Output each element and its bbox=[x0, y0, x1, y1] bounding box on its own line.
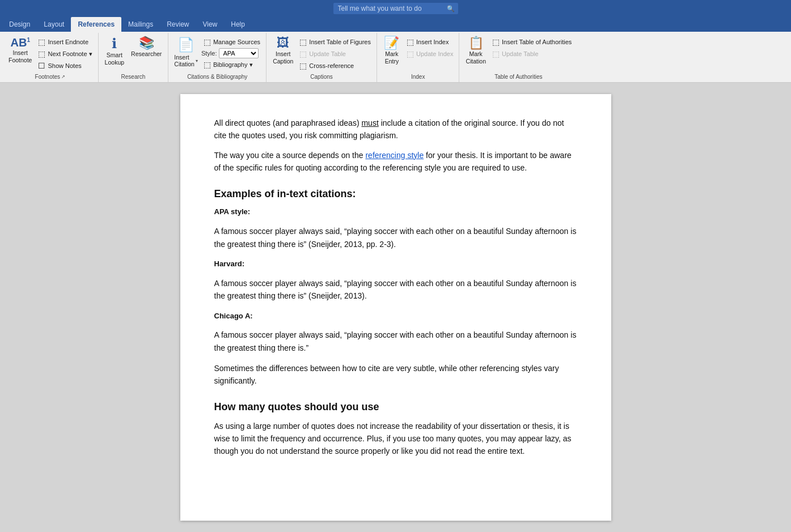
table-authorities-items: 📋 MarkCitation ⬚ Insert Table of Authori… bbox=[463, 35, 574, 73]
next-footnote-icon: ⬚ bbox=[38, 49, 45, 58]
mark-citation-button[interactable]: 📋 MarkCitation bbox=[463, 35, 489, 66]
insert-footnote-button[interactable]: AB1 InsertFootnote bbox=[6, 35, 35, 65]
chicago-block: Chicago A: A famous soccer player always… bbox=[214, 310, 577, 355]
insert-endnote-button[interactable]: ⬚ Insert Endnote bbox=[36, 36, 94, 48]
authorities-small-col: ⬚ Insert Table of Authorities ⬚ Update T… bbox=[490, 35, 574, 59]
show-notes-icon: ☐ bbox=[38, 61, 45, 70]
insert-table-authorities-label: Insert Table of Authorities bbox=[502, 39, 572, 45]
tab-layout[interactable]: Layout bbox=[37, 17, 71, 32]
captions-small-col: ⬚ Insert Table of Figures ⬚ Update Table… bbox=[297, 35, 373, 71]
closing-paragraph: Sometimes the differences between how to… bbox=[214, 362, 577, 388]
referencing-style-link[interactable]: referencing style bbox=[365, 151, 424, 160]
harvard-block: Harvard: A famous soccer player always s… bbox=[214, 258, 577, 303]
mark-entry-label: MarkEntry bbox=[385, 50, 399, 65]
table-authorities-group: 📋 MarkCitation ⬚ Insert Table of Authori… bbox=[459, 33, 577, 82]
style-label: Style: bbox=[201, 50, 217, 57]
citations-group-label: Citations & Bibliography bbox=[172, 73, 263, 82]
bibliography-icon: ⬚ bbox=[204, 60, 211, 69]
update-table-auth-icon: ⬚ bbox=[492, 49, 500, 58]
insert-caption-icon: 🖼 bbox=[277, 37, 289, 49]
mark-entry-icon: 📝 bbox=[384, 37, 399, 49]
update-table-auth-button[interactable]: ⬚ Update Table bbox=[490, 48, 574, 59]
title-bar: 🔍 bbox=[0, 0, 791, 17]
insert-endnote-label: Insert Endnote bbox=[48, 39, 88, 45]
researcher-icon: 📚 bbox=[139, 37, 154, 49]
captions-group: 🖼 InsertCaption ⬚ Insert Table of Figure… bbox=[267, 33, 377, 82]
tab-view[interactable]: View bbox=[196, 17, 224, 32]
cross-reference-button[interactable]: ⬚ Cross-reference bbox=[297, 60, 373, 71]
update-table-label: Update Table bbox=[309, 50, 346, 57]
researcher-button[interactable]: 📚 Researcher bbox=[128, 35, 164, 59]
tab-references[interactable]: References bbox=[71, 17, 121, 32]
researcher-label: Researcher bbox=[131, 50, 162, 58]
endnote-icon: ⬚ bbox=[38, 37, 45, 46]
index-small-col: ⬚ Insert Index ⬚ Update Index bbox=[404, 35, 455, 59]
captions-group-label: Captions bbox=[270, 73, 373, 82]
next-footnote-label: Next Footnote ▾ bbox=[48, 50, 92, 58]
harvard-style-label: Harvard: bbox=[214, 258, 577, 270]
insert-table-authorities-icon: ⬚ bbox=[492, 37, 500, 46]
insert-citation-label: InsertCitation bbox=[174, 54, 194, 67]
next-footnote-button[interactable]: ⬚ Next Footnote ▾ bbox=[36, 48, 94, 59]
cross-reference-icon: ⬚ bbox=[299, 61, 307, 70]
mark-citation-label: MarkCitation bbox=[466, 50, 486, 65]
tab-help[interactable]: Help bbox=[224, 17, 252, 32]
smart-lookup-button[interactable]: ℹ SmartLookup bbox=[102, 35, 127, 67]
search-wrap[interactable]: 🔍 bbox=[333, 3, 458, 14]
manage-sources-label: Manage Sources bbox=[213, 39, 260, 45]
insert-table-of-figures-label: Insert Table of Figures bbox=[309, 39, 371, 45]
captions-items: 🖼 InsertCaption ⬚ Insert Table of Figure… bbox=[270, 35, 373, 73]
ribbon-tabs: Design Layout References Mailings Review… bbox=[0, 17, 791, 32]
update-index-icon: ⬚ bbox=[407, 49, 414, 58]
research-items: ℹ SmartLookup 📚 Researcher bbox=[102, 35, 165, 73]
footnotes-group-label: Footnotes ↗ bbox=[6, 73, 95, 82]
insert-table-figures-icon: ⬚ bbox=[299, 37, 307, 46]
insert-table-authorities-button[interactable]: ⬚ Insert Table of Authorities bbox=[490, 36, 574, 48]
citations-small-col: ⬚ Manage Sources Style: APA MLA Chicago … bbox=[201, 35, 263, 70]
insert-citation-icon: 📄 bbox=[177, 37, 194, 53]
must-text: must bbox=[361, 118, 378, 127]
footnotes-expand-icon[interactable]: ↗ bbox=[61, 74, 65, 79]
tab-design[interactable]: Design bbox=[2, 17, 37, 32]
style-select[interactable]: APA MLA Chicago Harvard IEEE bbox=[219, 48, 259, 58]
update-index-label: Update Index bbox=[416, 50, 453, 57]
insert-table-of-figures-button[interactable]: ⬚ Insert Table of Figures bbox=[297, 36, 373, 48]
chicago-style-label: Chicago A: bbox=[214, 310, 577, 322]
insert-caption-button[interactable]: 🖼 InsertCaption bbox=[270, 35, 296, 66]
section2-text: As using a large number of quotes does n… bbox=[214, 420, 577, 458]
update-index-button[interactable]: ⬚ Update Index bbox=[404, 48, 455, 59]
footnotes-small-col: ⬚ Insert Endnote ⬚ Next Footnote ▾ ☐ Sho… bbox=[36, 35, 94, 71]
smart-lookup-label: SmartLookup bbox=[105, 52, 124, 66]
paragraph-1: All direct quotes (and paraphrased ideas… bbox=[214, 117, 577, 142]
cross-reference-label: Cross-reference bbox=[309, 62, 354, 69]
apa-style-label: APA style: bbox=[214, 206, 577, 218]
bibliography-button[interactable]: ⬚ Bibliography ▾ bbox=[201, 59, 263, 70]
index-items: 📝 MarkEntry ⬚ Insert Index ⬚ Update Inde… bbox=[380, 35, 455, 73]
chicago-text: A famous soccer player always said, “pla… bbox=[214, 329, 577, 354]
tab-mailings[interactable]: Mailings bbox=[121, 17, 160, 32]
insert-index-button[interactable]: ⬚ Insert Index bbox=[404, 36, 455, 48]
document-text: All direct quotes (and paraphrased ideas… bbox=[214, 117, 577, 458]
index-group: 📝 MarkEntry ⬚ Insert Index ⬚ Update Inde… bbox=[377, 33, 459, 82]
show-notes-button[interactable]: ☐ Show Notes bbox=[36, 60, 94, 71]
apa-text: A famous soccer player always said, “pla… bbox=[214, 225, 577, 250]
citations-group: 📄 InsertCitation ▾ ⬚ Manage Sources Styl… bbox=[168, 33, 267, 82]
search-icon: 🔍 bbox=[447, 5, 455, 12]
mark-entry-button[interactable]: 📝 MarkEntry bbox=[380, 35, 403, 66]
search-input[interactable] bbox=[333, 3, 458, 14]
bibliography-label: Bibliography ▾ bbox=[213, 61, 253, 69]
update-table-button[interactable]: ⬚ Update Table bbox=[297, 48, 373, 59]
paragraph-2: The way you cite a source depends on the… bbox=[214, 149, 577, 175]
manage-sources-button[interactable]: ⬚ Manage Sources bbox=[201, 36, 263, 48]
insert-caption-label: InsertCaption bbox=[273, 50, 293, 65]
style-row: Style: APA MLA Chicago Harvard IEEE bbox=[201, 48, 263, 58]
insert-footnote-label: InsertFootnote bbox=[9, 49, 32, 63]
footnotes-items: AB1 InsertFootnote ⬚ Insert Endnote ⬚ Ne… bbox=[6, 35, 95, 73]
ribbon: AB1 InsertFootnote ⬚ Insert Endnote ⬚ Ne… bbox=[0, 32, 791, 83]
tab-review[interactable]: Review bbox=[160, 17, 196, 32]
section1-heading: Examples of in-text citations: bbox=[214, 186, 577, 202]
research-group: ℹ SmartLookup 📚 Researcher Research bbox=[99, 33, 169, 82]
insert-citation-arrow: ▾ bbox=[196, 58, 198, 63]
insert-citation-button[interactable]: 📄 InsertCitation ▾ bbox=[172, 35, 200, 69]
document-area: All direct quotes (and paraphrased ideas… bbox=[0, 83, 791, 532]
